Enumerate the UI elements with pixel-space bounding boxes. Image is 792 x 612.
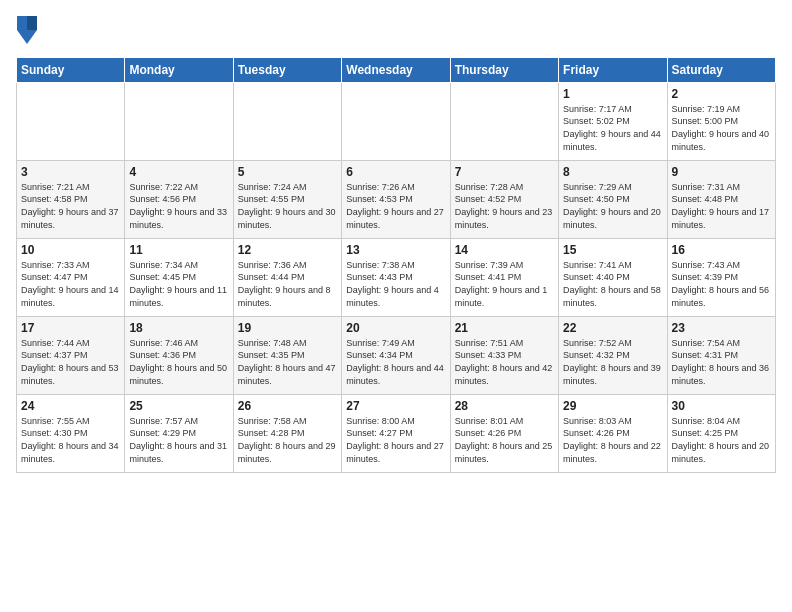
weekday-header-cell: Wednesday xyxy=(342,57,450,82)
cell-info: Sunrise: 8:04 AMSunset: 4:25 PMDaylight:… xyxy=(672,415,771,465)
day-number: 25 xyxy=(129,399,228,413)
cell-info: Sunrise: 8:01 AMSunset: 4:26 PMDaylight:… xyxy=(455,415,554,465)
calendar-cell: 24Sunrise: 7:55 AMSunset: 4:30 PMDayligh… xyxy=(17,394,125,472)
cell-info: Sunrise: 7:29 AMSunset: 4:50 PMDaylight:… xyxy=(563,181,662,231)
calendar-cell: 14Sunrise: 7:39 AMSunset: 4:41 PMDayligh… xyxy=(450,238,558,316)
calendar-cell: 9Sunrise: 7:31 AMSunset: 4:48 PMDaylight… xyxy=(667,160,775,238)
day-number: 14 xyxy=(455,243,554,257)
calendar-cell: 12Sunrise: 7:36 AMSunset: 4:44 PMDayligh… xyxy=(233,238,341,316)
calendar-cell: 20Sunrise: 7:49 AMSunset: 4:34 PMDayligh… xyxy=(342,316,450,394)
cell-info: Sunrise: 7:36 AMSunset: 4:44 PMDaylight:… xyxy=(238,259,337,309)
calendar-cell: 7Sunrise: 7:28 AMSunset: 4:52 PMDaylight… xyxy=(450,160,558,238)
day-number: 17 xyxy=(21,321,120,335)
svg-marker-1 xyxy=(27,16,37,30)
day-number: 30 xyxy=(672,399,771,413)
calendar-cell xyxy=(450,82,558,160)
day-number: 2 xyxy=(672,87,771,101)
cell-info: Sunrise: 7:22 AMSunset: 4:56 PMDaylight:… xyxy=(129,181,228,231)
cell-info: Sunrise: 7:48 AMSunset: 4:35 PMDaylight:… xyxy=(238,337,337,387)
calendar-cell: 28Sunrise: 8:01 AMSunset: 4:26 PMDayligh… xyxy=(450,394,558,472)
calendar-table: SundayMondayTuesdayWednesdayThursdayFrid… xyxy=(16,57,776,473)
day-number: 23 xyxy=(672,321,771,335)
cell-info: Sunrise: 7:51 AMSunset: 4:33 PMDaylight:… xyxy=(455,337,554,387)
calendar-cell: 15Sunrise: 7:41 AMSunset: 4:40 PMDayligh… xyxy=(559,238,667,316)
calendar-cell: 4Sunrise: 7:22 AMSunset: 4:56 PMDaylight… xyxy=(125,160,233,238)
cell-info: Sunrise: 7:44 AMSunset: 4:37 PMDaylight:… xyxy=(21,337,120,387)
cell-info: Sunrise: 7:34 AMSunset: 4:45 PMDaylight:… xyxy=(129,259,228,309)
day-number: 7 xyxy=(455,165,554,179)
calendar-cell: 21Sunrise: 7:51 AMSunset: 4:33 PMDayligh… xyxy=(450,316,558,394)
calendar-cell: 3Sunrise: 7:21 AMSunset: 4:58 PMDaylight… xyxy=(17,160,125,238)
calendar-cell: 17Sunrise: 7:44 AMSunset: 4:37 PMDayligh… xyxy=(17,316,125,394)
calendar-cell: 29Sunrise: 8:03 AMSunset: 4:26 PMDayligh… xyxy=(559,394,667,472)
day-number: 6 xyxy=(346,165,445,179)
cell-info: Sunrise: 7:46 AMSunset: 4:36 PMDaylight:… xyxy=(129,337,228,387)
calendar-cell: 1Sunrise: 7:17 AMSunset: 5:02 PMDaylight… xyxy=(559,82,667,160)
calendar-cell: 10Sunrise: 7:33 AMSunset: 4:47 PMDayligh… xyxy=(17,238,125,316)
calendar-cell: 11Sunrise: 7:34 AMSunset: 4:45 PMDayligh… xyxy=(125,238,233,316)
calendar-cell: 6Sunrise: 7:26 AMSunset: 4:53 PMDaylight… xyxy=(342,160,450,238)
cell-info: Sunrise: 7:33 AMSunset: 4:47 PMDaylight:… xyxy=(21,259,120,309)
calendar-cell xyxy=(342,82,450,160)
weekday-header-cell: Thursday xyxy=(450,57,558,82)
cell-info: Sunrise: 7:28 AMSunset: 4:52 PMDaylight:… xyxy=(455,181,554,231)
day-number: 22 xyxy=(563,321,662,335)
calendar-cell: 25Sunrise: 7:57 AMSunset: 4:29 PMDayligh… xyxy=(125,394,233,472)
calendar-cell: 23Sunrise: 7:54 AMSunset: 4:31 PMDayligh… xyxy=(667,316,775,394)
logo-text xyxy=(16,16,37,49)
logo xyxy=(16,16,37,47)
calendar-week-row: 17Sunrise: 7:44 AMSunset: 4:37 PMDayligh… xyxy=(17,316,776,394)
day-number: 28 xyxy=(455,399,554,413)
weekday-header-cell: Sunday xyxy=(17,57,125,82)
weekday-header-row: SundayMondayTuesdayWednesdayThursdayFrid… xyxy=(17,57,776,82)
page: SundayMondayTuesdayWednesdayThursdayFrid… xyxy=(0,0,792,612)
cell-info: Sunrise: 7:17 AMSunset: 5:02 PMDaylight:… xyxy=(563,103,662,153)
cell-info: Sunrise: 8:00 AMSunset: 4:27 PMDaylight:… xyxy=(346,415,445,465)
day-number: 8 xyxy=(563,165,662,179)
day-number: 26 xyxy=(238,399,337,413)
calendar-week-row: 10Sunrise: 7:33 AMSunset: 4:47 PMDayligh… xyxy=(17,238,776,316)
calendar-cell: 16Sunrise: 7:43 AMSunset: 4:39 PMDayligh… xyxy=(667,238,775,316)
day-number: 15 xyxy=(563,243,662,257)
calendar-cell xyxy=(17,82,125,160)
day-number: 12 xyxy=(238,243,337,257)
cell-info: Sunrise: 7:24 AMSunset: 4:55 PMDaylight:… xyxy=(238,181,337,231)
weekday-header-cell: Monday xyxy=(125,57,233,82)
day-number: 29 xyxy=(563,399,662,413)
calendar-cell: 5Sunrise: 7:24 AMSunset: 4:55 PMDaylight… xyxy=(233,160,341,238)
cell-info: Sunrise: 7:57 AMSunset: 4:29 PMDaylight:… xyxy=(129,415,228,465)
cell-info: Sunrise: 7:19 AMSunset: 5:00 PMDaylight:… xyxy=(672,103,771,153)
day-number: 18 xyxy=(129,321,228,335)
day-number: 16 xyxy=(672,243,771,257)
cell-info: Sunrise: 7:39 AMSunset: 4:41 PMDaylight:… xyxy=(455,259,554,309)
calendar-cell: 18Sunrise: 7:46 AMSunset: 4:36 PMDayligh… xyxy=(125,316,233,394)
cell-info: Sunrise: 7:38 AMSunset: 4:43 PMDaylight:… xyxy=(346,259,445,309)
calendar-cell: 30Sunrise: 8:04 AMSunset: 4:25 PMDayligh… xyxy=(667,394,775,472)
day-number: 3 xyxy=(21,165,120,179)
day-number: 4 xyxy=(129,165,228,179)
cell-info: Sunrise: 7:26 AMSunset: 4:53 PMDaylight:… xyxy=(346,181,445,231)
calendar-week-row: 3Sunrise: 7:21 AMSunset: 4:58 PMDaylight… xyxy=(17,160,776,238)
day-number: 19 xyxy=(238,321,337,335)
calendar-cell xyxy=(125,82,233,160)
cell-info: Sunrise: 7:52 AMSunset: 4:32 PMDaylight:… xyxy=(563,337,662,387)
day-number: 9 xyxy=(672,165,771,179)
calendar-cell: 13Sunrise: 7:38 AMSunset: 4:43 PMDayligh… xyxy=(342,238,450,316)
calendar-body: 1Sunrise: 7:17 AMSunset: 5:02 PMDaylight… xyxy=(17,82,776,472)
calendar-week-row: 24Sunrise: 7:55 AMSunset: 4:30 PMDayligh… xyxy=(17,394,776,472)
day-number: 11 xyxy=(129,243,228,257)
cell-info: Sunrise: 7:21 AMSunset: 4:58 PMDaylight:… xyxy=(21,181,120,231)
calendar-cell xyxy=(233,82,341,160)
weekday-header-cell: Saturday xyxy=(667,57,775,82)
day-number: 21 xyxy=(455,321,554,335)
cell-info: Sunrise: 7:31 AMSunset: 4:48 PMDaylight:… xyxy=(672,181,771,231)
calendar-cell: 27Sunrise: 8:00 AMSunset: 4:27 PMDayligh… xyxy=(342,394,450,472)
cell-info: Sunrise: 8:03 AMSunset: 4:26 PMDaylight:… xyxy=(563,415,662,465)
day-number: 5 xyxy=(238,165,337,179)
cell-info: Sunrise: 7:55 AMSunset: 4:30 PMDaylight:… xyxy=(21,415,120,465)
day-number: 10 xyxy=(21,243,120,257)
weekday-header-cell: Friday xyxy=(559,57,667,82)
cell-info: Sunrise: 7:43 AMSunset: 4:39 PMDaylight:… xyxy=(672,259,771,309)
calendar-cell: 22Sunrise: 7:52 AMSunset: 4:32 PMDayligh… xyxy=(559,316,667,394)
calendar-week-row: 1Sunrise: 7:17 AMSunset: 5:02 PMDaylight… xyxy=(17,82,776,160)
